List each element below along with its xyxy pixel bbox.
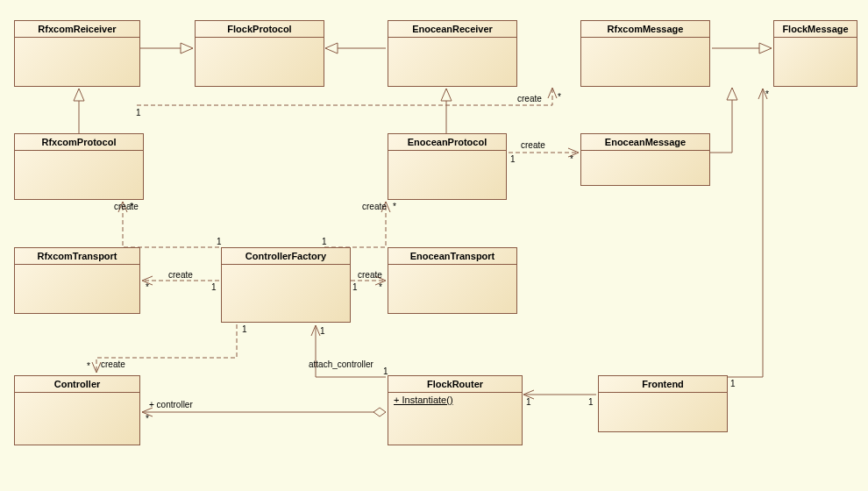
class-title: EnoceanProtocol	[388, 134, 506, 151]
method-instantiate: + Instantiate()	[388, 393, 522, 407]
class-title: RfxcomReiceiver	[15, 21, 139, 38]
mult: 1	[588, 397, 594, 407]
mult: *	[146, 282, 149, 292]
class-rfxcom-message[interactable]: RfxcomMessage	[580, 20, 710, 87]
mult: 1	[136, 108, 141, 117]
class-body	[196, 38, 324, 46]
class-body	[388, 38, 516, 46]
mult: 1	[217, 237, 222, 246]
class-enocean-transport[interactable]: EnoceanTransport	[388, 247, 517, 314]
class-title: EnoceanMessage	[581, 134, 709, 151]
assoc-frontend-flockMessage	[728, 89, 763, 377]
label-create: create	[358, 270, 382, 280]
class-title: RfxcomProtocol	[15, 134, 143, 151]
class-title: RfxcomMessage	[581, 21, 709, 38]
class-body	[599, 393, 727, 402]
class-enocean-receiver[interactable]: EnoceanReceiver	[388, 20, 517, 87]
class-body	[388, 151, 506, 160]
class-body: + Instantiate()	[388, 393, 522, 407]
mult: 1	[211, 282, 217, 292]
class-controller[interactable]: Controller	[14, 375, 140, 445]
mult: 1	[320, 326, 325, 336]
class-body	[222, 265, 350, 274]
label-attach-controller: attach_controller	[309, 359, 374, 369]
mult: 1	[730, 379, 736, 388]
class-title: Controller	[15, 376, 139, 393]
class-flock-router[interactable]: FlockRouter + Instantiate()	[388, 375, 523, 445]
class-enocean-protocol[interactable]: EnoceanProtocol	[388, 133, 507, 200]
class-body	[388, 265, 516, 274]
class-flock-protocol[interactable]: FlockProtocol	[195, 20, 324, 87]
class-title: EnoceanTransport	[388, 248, 516, 265]
class-title: ControllerFactory	[222, 248, 350, 265]
mult: *	[379, 282, 382, 292]
class-enocean-message[interactable]: EnoceanMessage	[580, 133, 710, 186]
mult: *	[87, 361, 90, 371]
mult: *	[558, 92, 561, 102]
class-rfxcom-receiver[interactable]: RfxcomReiceiver	[14, 20, 140, 87]
mult: *	[765, 89, 769, 99]
class-title: Frontend	[599, 376, 727, 393]
class-title: FlockMessage	[774, 21, 857, 38]
mult: 1	[510, 154, 516, 164]
label-create: create	[114, 202, 139, 211]
mult: *	[146, 414, 149, 423]
class-title: EnoceanReceiver	[388, 21, 516, 38]
class-body	[15, 393, 139, 402]
class-flock-message[interactable]: FlockMessage	[773, 20, 857, 87]
label-plus-controller: + controller	[149, 400, 193, 409]
label-create: create	[101, 359, 125, 369]
class-body	[15, 38, 139, 46]
mult: 1	[383, 366, 388, 376]
label-create: create	[521, 140, 545, 150]
class-title: RfxcomTransport	[15, 248, 139, 265]
class-body	[581, 38, 709, 46]
assoc-flockRouter-factory	[316, 325, 386, 377]
label-create: create	[168, 270, 193, 280]
mult: 1	[352, 282, 358, 292]
class-frontend[interactable]: Frontend	[598, 375, 728, 432]
mult: 1	[322, 237, 327, 246]
class-body	[581, 151, 709, 160]
mult: 1	[526, 397, 531, 407]
label-create: create	[517, 94, 542, 103]
class-body	[15, 151, 143, 160]
mult: 1	[242, 324, 247, 334]
class-title: FlockRouter	[388, 376, 522, 393]
dep-rfxcomProtocol-rfxcomMessage	[137, 88, 552, 105]
gen-enoceanMessage-flockMessage	[710, 88, 732, 153]
class-title: FlockProtocol	[196, 21, 324, 38]
class-rfxcom-transport[interactable]: RfxcomTransport	[14, 247, 140, 314]
class-body	[15, 265, 139, 274]
class-controller-factory[interactable]: ControllerFactory	[221, 247, 351, 323]
class-body	[774, 38, 857, 46]
mult: *	[570, 154, 573, 164]
mult: *	[393, 202, 396, 211]
label-create: create	[362, 202, 387, 211]
mult: *	[130, 202, 133, 211]
class-rfxcom-protocol[interactable]: RfxcomProtocol	[14, 133, 144, 200]
